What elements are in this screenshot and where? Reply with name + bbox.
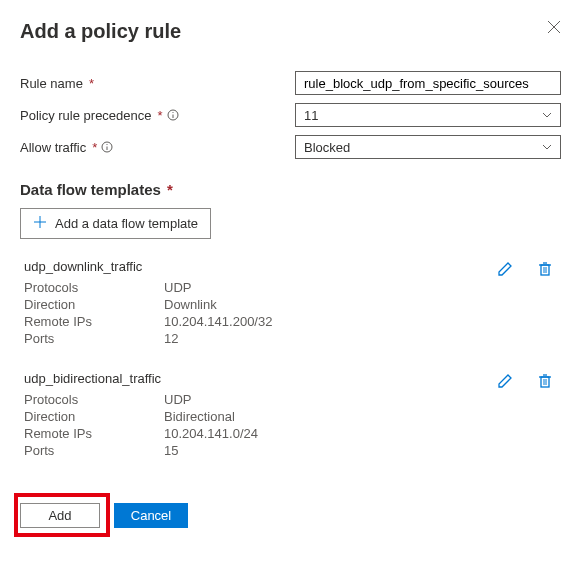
label-allow-traffic-text: Allow traffic bbox=[20, 140, 86, 155]
kv-val-remote-ips: 10.204.141.200/32 bbox=[164, 314, 272, 329]
panel-header: Add a policy rule bbox=[20, 20, 561, 43]
kv-key-protocols: Protocols bbox=[24, 392, 164, 407]
row-precedence: Policy rule precedence * 11 bbox=[20, 103, 561, 127]
row-rule-name: Rule name * bbox=[20, 71, 561, 95]
template-card: udp_bidirectional_traffic ProtocolsUDP D… bbox=[20, 363, 561, 475]
kv-key-ports: Ports bbox=[24, 331, 164, 346]
required-asterisk: * bbox=[89, 76, 94, 91]
kv-key-protocols: Protocols bbox=[24, 280, 164, 295]
trash-icon[interactable] bbox=[537, 261, 553, 280]
label-rule-name: Rule name * bbox=[20, 76, 295, 91]
svg-rect-15 bbox=[541, 377, 549, 387]
chevron-down-icon bbox=[542, 108, 552, 123]
close-icon[interactable] bbox=[547, 20, 561, 37]
chevron-down-icon bbox=[542, 140, 552, 155]
kv-key-direction: Direction bbox=[24, 409, 164, 424]
precedence-select[interactable]: 11 bbox=[295, 103, 561, 127]
add-button[interactable]: Add bbox=[20, 503, 100, 528]
kv-val-protocols: UDP bbox=[164, 280, 191, 295]
kv-val-direction: Downlink bbox=[164, 297, 217, 312]
add-data-flow-template-button[interactable]: Add a data flow template bbox=[20, 208, 211, 239]
allow-traffic-select[interactable]: Blocked bbox=[295, 135, 561, 159]
add-template-label: Add a data flow template bbox=[55, 216, 198, 231]
add-policy-rule-panel: Add a policy rule Rule name * Policy rul… bbox=[0, 0, 581, 556]
kv-key-direction: Direction bbox=[24, 297, 164, 312]
edit-icon[interactable] bbox=[497, 373, 513, 392]
label-precedence-text: Policy rule precedence bbox=[20, 108, 152, 123]
required-asterisk: * bbox=[167, 181, 173, 198]
kv-key-remote-ips: Remote IPs bbox=[24, 314, 164, 329]
kv-val-ports: 12 bbox=[164, 331, 178, 346]
label-rule-name-text: Rule name bbox=[20, 76, 83, 91]
kv-key-remote-ips: Remote IPs bbox=[24, 426, 164, 441]
row-allow-traffic: Allow traffic * Blocked bbox=[20, 135, 561, 159]
footer-actions: Add Cancel bbox=[20, 499, 561, 532]
kv-key-ports: Ports bbox=[24, 443, 164, 458]
rule-name-input[interactable] bbox=[295, 71, 561, 95]
precedence-value: 11 bbox=[304, 108, 318, 123]
svg-rect-10 bbox=[541, 265, 549, 275]
info-icon[interactable] bbox=[167, 109, 179, 121]
kv-val-direction: Bidirectional bbox=[164, 409, 235, 424]
templates-list: udp_downlink_traffic ProtocolsUDP Direct… bbox=[20, 251, 561, 475]
kv-val-ports: 15 bbox=[164, 443, 178, 458]
template-name: udp_downlink_traffic bbox=[24, 259, 272, 274]
template-actions bbox=[497, 261, 561, 280]
trash-icon[interactable] bbox=[537, 373, 553, 392]
kv-val-protocols: UDP bbox=[164, 392, 191, 407]
data-flow-templates-heading: Data flow templates * bbox=[20, 181, 561, 198]
svg-point-7 bbox=[107, 144, 108, 145]
allow-traffic-value: Blocked bbox=[304, 140, 350, 155]
data-flow-templates-heading-text: Data flow templates bbox=[20, 181, 161, 198]
label-allow-traffic: Allow traffic * bbox=[20, 140, 295, 155]
template-name: udp_bidirectional_traffic bbox=[24, 371, 258, 386]
plus-icon bbox=[33, 215, 47, 232]
panel-title: Add a policy rule bbox=[20, 20, 181, 43]
label-precedence: Policy rule precedence * bbox=[20, 108, 295, 123]
info-icon[interactable] bbox=[101, 141, 113, 153]
required-asterisk: * bbox=[158, 108, 163, 123]
kv-val-remote-ips: 10.204.141.0/24 bbox=[164, 426, 258, 441]
edit-icon[interactable] bbox=[497, 261, 513, 280]
svg-point-4 bbox=[172, 112, 173, 113]
required-asterisk: * bbox=[92, 140, 97, 155]
cancel-button[interactable]: Cancel bbox=[114, 503, 188, 528]
template-card: udp_downlink_traffic ProtocolsUDP Direct… bbox=[20, 251, 561, 363]
template-actions bbox=[497, 373, 561, 392]
